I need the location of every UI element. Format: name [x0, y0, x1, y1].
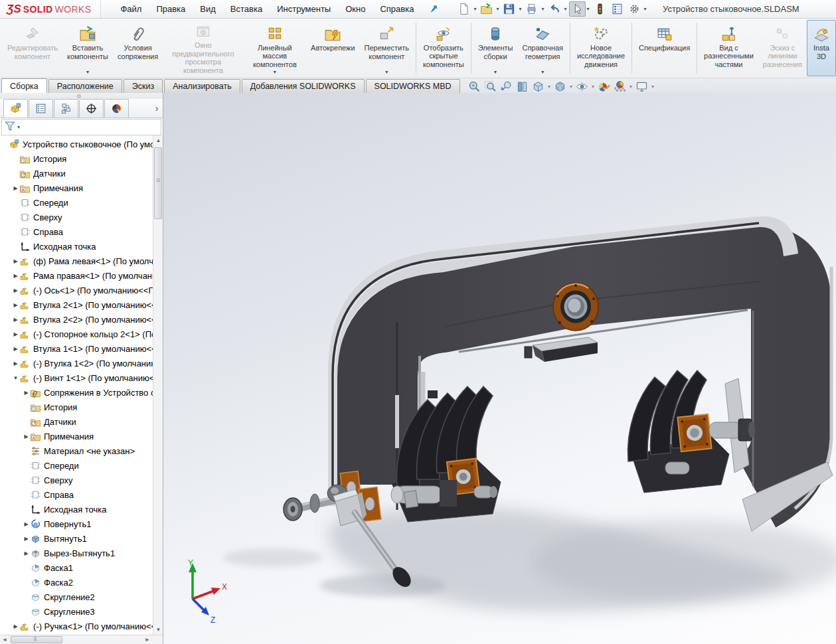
rebuild-traffic-light-button[interactable]: [592, 1, 608, 17]
instant3d-button[interactable]: Insta 3D: [807, 20, 836, 76]
tab-0[interactable]: Сборка: [1, 78, 47, 93]
linear-pattern-button[interactable]: Линейный массив компонентов▾: [244, 20, 307, 76]
tab-2[interactable]: Эскиз: [124, 79, 163, 93]
previous-view-button[interactable]: [499, 79, 514, 94]
undo-button[interactable]: [546, 1, 563, 17]
insert-components-button[interactable]: Вставить компоненты▾: [62, 20, 113, 76]
graphics-viewport[interactable]: Y X Z: [163, 93, 836, 644]
tree-row[interactable]: ▶(-) Ручка<1> (По умолчанию<<П: [0, 619, 163, 633]
dropdown-caret-icon[interactable]: ▾: [644, 6, 647, 12]
tree-row[interactable]: ▶AПримечания: [0, 429, 163, 443]
tree-row[interactable]: Исходная точка: [0, 239, 163, 254]
dropdown-caret-icon[interactable]: ▾: [592, 84, 594, 90]
tree-expand-arrow-icon[interactable]: ▶: [12, 287, 19, 293]
dropdown-caret-icon[interactable]: ▾: [548, 84, 550, 90]
smart-fasteners-button[interactable]: Автокрепежи: [306, 20, 359, 76]
dropdown-caret-icon[interactable]: ▾: [651, 84, 654, 90]
tree-row[interactable]: История: [0, 400, 163, 414]
motion-study-button[interactable]: Новое исследование движения: [572, 20, 629, 76]
assembly-features-button[interactable]: Элементы сборки▾: [473, 20, 518, 76]
tree-row[interactable]: Скругление2: [0, 590, 163, 604]
tab-3[interactable]: Анализировать: [164, 79, 240, 93]
panel-tab-configurationmanager[interactable]: [54, 99, 78, 118]
scrollbar-thumb[interactable]: [154, 147, 162, 219]
view-settings-button[interactable]: [634, 79, 649, 94]
dropdown-caret-icon[interactable]: ▾: [570, 84, 572, 90]
tree-expand-arrow-icon[interactable]: ▶: [23, 390, 30, 396]
tree-row[interactable]: Спереди: [0, 458, 163, 473]
tree-horizontal-scrollbar[interactable]: ◄ ►: [0, 635, 163, 644]
tree-row[interactable]: Фаска2: [0, 575, 163, 590]
tree-expand-arrow-icon[interactable]: ▶: [23, 550, 30, 556]
tree-expand-arrow-icon[interactable]: ▶: [12, 302, 19, 308]
menu-item-0[interactable]: Файл: [113, 0, 149, 18]
dropdown-caret-icon[interactable]: ▾: [629, 84, 632, 90]
menu-item-2[interactable]: Вид: [193, 0, 223, 18]
section-view-button[interactable]: [515, 79, 530, 94]
tree-expand-arrow-icon[interactable]: ▶: [23, 521, 30, 527]
zoom-fit-button[interactable]: [467, 79, 482, 94]
bom-table-button[interactable]: Спецификация: [634, 20, 695, 76]
menu-item-1[interactable]: Правка: [149, 0, 193, 18]
tree-expand-arrow-icon[interactable]: ▶: [23, 536, 30, 542]
tree-filter-bar[interactable]: ▾: [1, 119, 161, 135]
tree-row[interactable]: ▶Рама правая<1> (По умолчанию: [0, 268, 163, 283]
tree-row[interactable]: Устройство стыковочное (По умолч: [0, 137, 163, 151]
tree-row[interactable]: Сверху: [0, 473, 163, 487]
tree-expand-arrow-icon[interactable]: ▶: [12, 346, 19, 352]
edit-appearance-button[interactable]: [596, 79, 612, 94]
panel-tab-dimxpert[interactable]: [79, 99, 104, 118]
tree-row[interactable]: ▶Втулка 1<1> (По умолчанию<<П: [0, 341, 163, 356]
hide-show-items-button[interactable]: [574, 79, 590, 94]
tree-row[interactable]: Справа: [0, 224, 163, 239]
tab-4[interactable]: Добавления SOLIDWORKS: [242, 79, 365, 93]
tree-row[interactable]: Датчики: [0, 166, 163, 181]
tree-row[interactable]: ▶(-) Стопорное кольцо 2<1> (По у: [0, 327, 163, 341]
tree-row[interactable]: ▼(-) Винт 1<1> (По умолчанию<<: [0, 370, 163, 385]
move-component-button[interactable]: Переместить компонент▾: [360, 20, 414, 76]
tree-row[interactable]: ▶Сопряжения в Устройство ст: [0, 385, 163, 400]
tree-row[interactable]: ▶Повернуть1: [0, 517, 163, 531]
tree-row[interactable]: История: [0, 151, 163, 166]
tree-row[interactable]: Сверху: [0, 210, 163, 224]
mates-paperclip-button[interactable]: Условия сопряжения: [113, 20, 163, 76]
scroll-right-icon[interactable]: ►: [143, 635, 152, 644]
dropdown-caret-icon[interactable]: ▾: [473, 6, 476, 12]
options-list-button[interactable]: [609, 1, 626, 17]
dropdown-caret-icon[interactable]: ▾: [587, 6, 590, 12]
scroll-up-icon[interactable]: ▲: [153, 135, 163, 145]
tree-row[interactable]: ▶(-) Втулка 1<2> (По умолчанию<: [0, 356, 163, 370]
panel-tab-appearances[interactable]: [104, 99, 129, 118]
tree-row[interactable]: Фаска1: [0, 560, 163, 575]
tree-expand-arrow-icon[interactable]: ▶: [12, 317, 19, 323]
save-button[interactable]: [501, 1, 517, 17]
tree-row[interactable]: ▶Вытянуть1: [0, 531, 163, 546]
tree-expand-arrow-icon[interactable]: ▶: [23, 434, 30, 440]
dropdown-caret-icon[interactable]: ▾: [541, 6, 544, 12]
tree-expand-arrow-icon[interactable]: ▼: [12, 375, 19, 381]
tree-expand-arrow-icon[interactable]: ▶: [12, 623, 19, 629]
dropdown-caret-icon[interactable]: ▾: [496, 6, 499, 12]
tree-row[interactable]: ▶(ф) Рама левая<1> (По умолчани: [0, 254, 163, 268]
gear-button[interactable]: [626, 1, 643, 17]
tree-row[interactable]: Материал <не указан>: [0, 443, 163, 458]
reference-geometry-button[interactable]: Справочная геометрия▾: [517, 20, 568, 76]
tree-row[interactable]: Скругление3: [0, 604, 163, 619]
tree-row[interactable]: ▶Вырез-Вытянуть1: [0, 546, 163, 560]
tree-row[interactable]: Справа: [0, 487, 163, 502]
tree-row[interactable]: ▶Втулка 2<1> (По умолчанию<<П: [0, 297, 163, 312]
panel-tab-featuremanager[interactable]: [3, 99, 28, 118]
select-cursor-button[interactable]: [569, 1, 586, 17]
menu-item-6[interactable]: Справка: [373, 0, 421, 18]
dropdown-caret-icon[interactable]: ▾: [564, 6, 567, 12]
tab-1[interactable]: Расположение: [48, 79, 122, 93]
scroll-down-icon[interactable]: ▼: [153, 625, 163, 635]
print-button[interactable]: [523, 1, 540, 17]
tree-row[interactable]: Исходная точка: [0, 502, 163, 517]
panel-expand-chevron-icon[interactable]: ›: [151, 99, 163, 118]
tree-expand-arrow-icon[interactable]: ▶: [12, 361, 19, 366]
pin-menu-icon[interactable]: [428, 3, 440, 15]
scrollbar-thumb[interactable]: [11, 636, 62, 643]
menu-item-3[interactable]: Вставка: [223, 0, 270, 18]
view-orientation-button[interactable]: [531, 79, 546, 94]
